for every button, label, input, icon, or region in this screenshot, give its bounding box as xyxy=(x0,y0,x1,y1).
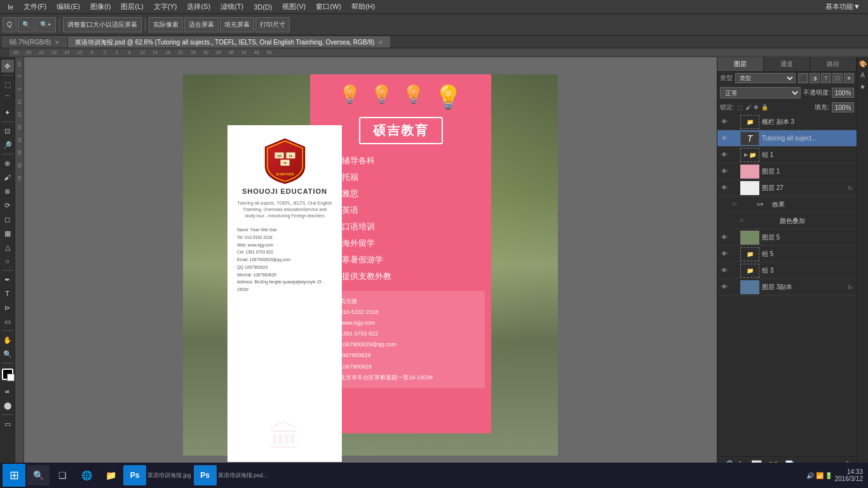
shape-tool[interactable]: ▭ xyxy=(1,315,14,328)
layer-eye-9[interactable]: 👁 xyxy=(719,265,730,276)
layer-row-0[interactable]: 👁 📁 概栏 副本 3 xyxy=(717,114,857,130)
workspace-switcher[interactable]: 基本功能▼ xyxy=(820,1,865,13)
layer-eye-8[interactable]: 👁 xyxy=(719,248,730,260)
crop-tool[interactable]: ⊡ xyxy=(1,125,14,137)
menu-item-select[interactable]: 选择(S) xyxy=(182,1,215,13)
blend-mode-select[interactable]: 正常 xyxy=(720,87,801,98)
layers-panel[interactable]: 👁 📁 概栏 副本 3 👁 T Tutoring all suject... 👁 xyxy=(717,114,857,456)
tab-close-1[interactable]: ✕ xyxy=(378,39,383,46)
zoom-in-btn[interactable]: 🔍+ xyxy=(36,17,56,32)
layer-eye-1[interactable]: 👁 xyxy=(719,133,730,144)
filter-shape-btn[interactable]: ⬡ xyxy=(832,73,843,83)
lock-image-btn[interactable]: 🖌 xyxy=(745,104,751,111)
menu-item-edit[interactable]: 编辑(E) xyxy=(51,1,85,13)
pen-tool[interactable]: ✒ xyxy=(1,273,14,286)
eyedropper-tool[interactable]: 🔎 xyxy=(1,139,14,151)
layer-eye-3[interactable]: 👁 xyxy=(719,166,730,177)
layer-row-5[interactable]: 👁 fx▾ 效果 xyxy=(728,196,857,213)
hand-tool[interactable]: ✋ xyxy=(1,334,14,346)
fit-screen-btn[interactable]: Q xyxy=(3,17,17,32)
move-tool[interactable]: ✥ xyxy=(1,60,14,72)
layer-row-2[interactable]: 👁 ▶ 📁 组 1 xyxy=(717,147,857,163)
layer-eye-5[interactable]: 👁 xyxy=(729,199,740,210)
lock-position-btn[interactable]: ✥ xyxy=(754,104,759,111)
menu-item-window[interactable]: 窗口(W) xyxy=(311,1,346,13)
quick-mask[interactable]: ⬤ xyxy=(1,399,14,412)
brush-tool[interactable]: 🖌 xyxy=(1,171,14,184)
gradient-tool[interactable]: ▦ xyxy=(1,227,14,240)
fit-screen-btn2[interactable]: 适合屏幕 xyxy=(184,17,219,32)
taskbar-task-view[interactable]: ❑ xyxy=(51,465,74,485)
layer-eye-2[interactable]: 👁 xyxy=(719,149,730,161)
lock-transparent-btn[interactable]: ⬚ xyxy=(737,104,743,111)
lock-all-btn[interactable]: 🔒 xyxy=(761,104,768,111)
menu-item-image[interactable]: 图像(I) xyxy=(85,1,116,13)
style-btn[interactable]: ★ xyxy=(858,81,868,92)
fill-screen-btn[interactable]: 填充屏幕 xyxy=(220,17,254,32)
tab-close-0[interactable]: ✕ xyxy=(55,39,60,46)
tab-0[interactable]: 66.7%(RGB/8) ✕ xyxy=(3,36,67,48)
panel-tab-layers[interactable]: 图层 xyxy=(717,57,764,71)
taskbar-jpg-label[interactable]: 英语培训海报.jpg xyxy=(147,471,191,480)
layer-eye-0[interactable]: 👁 xyxy=(719,116,730,128)
resize-window-btn[interactable]: 调整窗口大小以适应屏幕 xyxy=(63,17,142,32)
menu-item-layer[interactable]: 图层(L) xyxy=(116,1,148,13)
taskbar-psd-label[interactable]: 英语培训海报.psd... xyxy=(218,471,268,480)
layer-row-10[interactable]: 👁 图层 3副本 fx xyxy=(717,279,857,295)
filter-text-btn[interactable]: T xyxy=(821,73,831,83)
layer-eye-7[interactable]: 👁 xyxy=(719,232,730,243)
foreground-color[interactable] xyxy=(2,369,13,380)
color-btn[interactable]: 🎨 xyxy=(858,58,868,69)
filter-smart-btn[interactable]: ★ xyxy=(844,73,854,83)
path-select-tool[interactable]: ⊳ xyxy=(1,301,14,314)
menu-item-help[interactable]: 帮助(H) xyxy=(346,1,380,13)
zoom-out-btn[interactable]: 🔍 xyxy=(18,17,34,32)
screen-mode[interactable]: ▭ xyxy=(1,417,14,430)
fit-actual-btn[interactable]: 实际像素 xyxy=(149,17,183,32)
eraser-tool[interactable]: ◻ xyxy=(1,213,14,226)
quick-select-tool[interactable]: ✦ xyxy=(1,106,14,119)
history-brush-tool[interactable]: ⟳ xyxy=(1,199,14,212)
layer-eye-10[interactable]: 👁 xyxy=(719,281,730,293)
fill-input[interactable] xyxy=(832,102,854,112)
opacity-input[interactable] xyxy=(832,88,854,98)
layer-row-9[interactable]: 👁 📁 组 3 xyxy=(717,262,857,279)
taskbar-ps-jpg[interactable]: Ps xyxy=(123,465,146,485)
print-size-btn[interactable]: 打印尺寸 xyxy=(255,17,290,32)
menu-item-text[interactable]: 文字(Y) xyxy=(149,1,182,13)
canvas-area[interactable]: 💡 💡 💡 💡 硕吉教育 📋 辅导各科 📄 xyxy=(24,57,717,473)
layer-row-7[interactable]: 👁 图层 5 xyxy=(717,229,857,246)
zoom-tool[interactable]: 🔍 xyxy=(1,348,14,360)
document[interactable]: 💡 💡 💡 💡 硕吉教育 📋 辅导各科 📄 xyxy=(183,74,558,456)
menu-item-file[interactable]: 文件(F) xyxy=(18,1,51,13)
swap-colors[interactable]: ⇄ xyxy=(1,385,14,398)
tab-1[interactable]: 英语培训海报.psd @ 62.6% (Tutoring all sujects… xyxy=(68,36,390,48)
start-button[interactable]: ⊞ xyxy=(3,464,25,487)
menu-item-ie[interactable]: Ie xyxy=(3,2,18,12)
layer-eye-4[interactable]: 👁 xyxy=(719,182,730,194)
heal-brush-tool[interactable]: ⊕ xyxy=(1,157,14,170)
panel-tab-paths[interactable]: 路径 xyxy=(810,57,857,71)
filter-pixel-btn[interactable]: ⬛ xyxy=(798,73,808,83)
layer-row-6[interactable]: 👁 颜色叠加 xyxy=(735,213,857,229)
layer-type-filter[interactable]: 类型 xyxy=(735,73,796,83)
layer-row-8[interactable]: 👁 📁 组 5 xyxy=(717,246,857,262)
text-tool[interactable]: T xyxy=(1,287,14,300)
menu-item-view[interactable]: 视图(V) xyxy=(277,1,311,13)
filter-adjust-btn[interactable]: ◑ xyxy=(810,73,820,83)
blur-tool[interactable]: △ xyxy=(1,241,14,254)
marquee-tool[interactable]: ⬚ xyxy=(1,78,14,91)
taskbar-ie[interactable]: 🌐 xyxy=(75,465,98,485)
menu-item-filter[interactable]: 滤镜(T) xyxy=(215,1,248,13)
lasso-tool[interactable]: ⌒ xyxy=(1,92,14,105)
layer-row-4[interactable]: 👁 图层 27 fx xyxy=(717,180,857,196)
char-btn[interactable]: A xyxy=(858,70,868,80)
dodge-tool[interactable]: ○ xyxy=(1,255,14,268)
layer-eye-6[interactable]: 👁 xyxy=(736,215,748,227)
layer-row-1[interactable]: 👁 T Tutoring all suject... xyxy=(717,130,857,147)
stamp-tool[interactable]: ⊗ xyxy=(1,185,14,198)
taskbar-search[interactable]: 🔍 xyxy=(27,465,50,485)
taskbar-ps-psd[interactable]: Ps xyxy=(194,465,217,485)
layer-row-3[interactable]: 👁 图层 1 xyxy=(717,163,857,180)
taskbar-explorer[interactable]: 📁 xyxy=(99,465,122,485)
